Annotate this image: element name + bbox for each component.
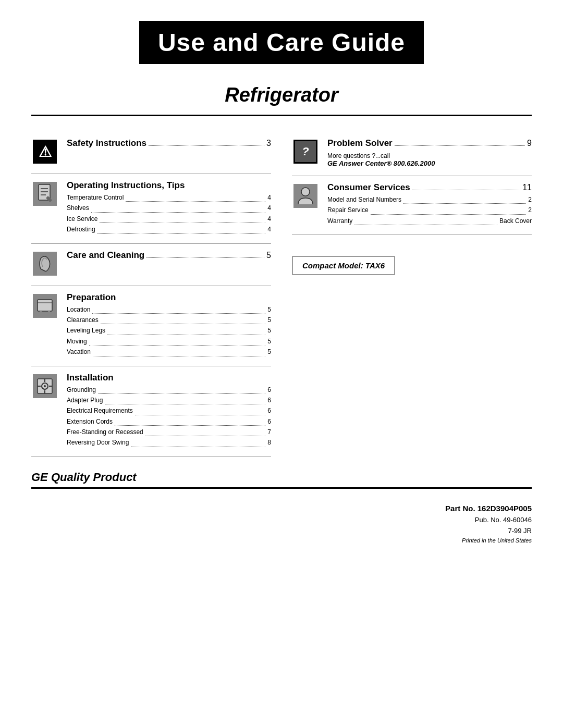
subtitle-section: Refrigerator <box>0 75 563 110</box>
footer-section: GE Quality Product <box>0 462 563 489</box>
preparation-title: Preparation <box>67 292 271 303</box>
safety-page: 3 <box>266 139 271 148</box>
list-item: Leveling Legs 5 <box>67 325 271 336</box>
ge-quality-label: GE Quality Product <box>31 471 532 484</box>
installation-icon <box>33 374 57 398</box>
section-consumer: Consumer Services 11 Model and Serial Nu… <box>292 176 532 229</box>
consumer-body: Consumer Services 11 Model and Serial Nu… <box>327 182 532 226</box>
installation-title: Installation <box>67 373 271 383</box>
care-icon-container <box>31 250 58 277</box>
care-icon <box>33 252 57 276</box>
consumer-items: Model and Serial Numbers 2 Repair Servic… <box>327 194 532 226</box>
item-label: Shelves <box>67 203 89 213</box>
consumer-title: Consumer Services <box>327 182 410 193</box>
section-preparation: Preparation Location 5 Clearances 5 Leve… <box>31 286 271 361</box>
list-item: Defrosting 4 <box>67 224 271 235</box>
problem-page: 9 <box>527 139 532 148</box>
preparation-body: Preparation Location 5 Clearances 5 Leve… <box>67 292 271 357</box>
safety-title: Safety Instructions <box>67 138 146 149</box>
installation-divider <box>31 456 271 457</box>
operating-items: Temperature Control 4 Shelves 4 Ice Serv… <box>67 192 271 235</box>
care-title: Care and Cleaning <box>67 250 144 261</box>
subtitle: Refrigerator <box>0 84 563 106</box>
list-item: Clearances 5 <box>67 315 271 325</box>
section-care: Care and Cleaning 5 <box>31 244 271 280</box>
care-page: 5 <box>266 251 271 260</box>
svg-point-15 <box>301 188 310 196</box>
main-content: ⚠ Safety Instructions 3 <box>0 116 563 462</box>
list-item: Vacation 5 <box>67 347 271 357</box>
svg-rect-5 <box>40 311 42 314</box>
item-label: Defrosting <box>67 224 95 235</box>
list-item: Extension Cords 6 <box>67 416 271 427</box>
installation-icon-container <box>31 373 58 400</box>
problem-body: Problem Solver 9 More questions ?...call… <box>327 138 532 167</box>
model-section: Compact Model: TAX6 <box>292 235 532 275</box>
part-number: Part No. 162D3904P005 <box>0 502 532 515</box>
part-info: Part No. 162D3904P005 Pub. No. 49-60046 … <box>0 497 563 556</box>
printed-label: Printed in the United States <box>0 536 532 546</box>
list-item: Ice Service 4 <box>67 214 271 224</box>
operating-icon <box>33 182 57 206</box>
section-safety: ⚠ Safety Instructions 3 <box>31 132 271 168</box>
safety-icon-container: ⚠ <box>31 138 58 165</box>
list-item: Reversing Door Swing 8 <box>67 437 271 448</box>
model-box: Compact Model: TAX6 <box>292 256 395 275</box>
list-item: Shelves 4 <box>67 203 271 213</box>
question-icon: ? <box>293 140 317 164</box>
item-page: 4 <box>267 203 271 213</box>
warning-icon: ⚠ <box>33 140 57 164</box>
consumer-page: 11 <box>522 183 532 192</box>
operating-icon-container <box>31 180 58 207</box>
operating-title: Operating Instructions, Tips <box>67 180 271 191</box>
item-label: Temperature Control <box>67 192 124 203</box>
svg-point-10 <box>44 385 46 387</box>
list-item: Temperature Control 4 <box>67 192 271 203</box>
preparation-icon <box>33 294 57 318</box>
problem-subtext: More questions ?...call <box>327 152 532 159</box>
item-page: 4 <box>267 214 271 224</box>
pub-number: Pub. No. 49-60046 <box>0 515 532 526</box>
list-item: Grounding 6 <box>67 385 271 395</box>
safety-dots <box>149 145 264 146</box>
safety-body: Safety Instructions 3 <box>67 138 271 150</box>
installation-body: Installation Grounding 6 Adapter Plug 6 … <box>67 373 271 448</box>
operating-body: Operating Instructions, Tips Temperature… <box>67 180 271 235</box>
list-item: Moving 5 <box>67 336 271 347</box>
installation-items: Grounding 6 Adapter Plug 6 Electrical Re… <box>67 385 271 448</box>
footer-divider <box>31 487 532 489</box>
problem-title: Problem Solver <box>327 138 393 149</box>
list-item: Warranty Back Cover <box>327 216 532 226</box>
list-item: Model and Serial Numbers 2 <box>327 194 532 205</box>
section-problem: ? Problem Solver 9 More questions ?...ca… <box>292 132 532 170</box>
list-item: Adapter Plug 6 <box>67 395 271 405</box>
preparation-items: Location 5 Clearances 5 Leveling Legs 5 <box>67 304 271 357</box>
list-item: Repair Service 2 <box>327 205 532 215</box>
section-operating: Operating Instructions, Tips Temperature… <box>31 174 271 238</box>
svg-rect-6 <box>48 311 50 314</box>
svg-rect-4 <box>38 300 52 311</box>
header: Use and Care Guide <box>0 0 563 75</box>
left-column: ⚠ Safety Instructions 3 <box>31 132 271 457</box>
date-label: 7-99 JR <box>0 526 532 537</box>
item-page: 4 <box>267 224 271 235</box>
list-item: Free-Standing or Recessed 7 <box>67 427 271 437</box>
section-installation: Installation Grounding 6 Adapter Plug 6 … <box>31 366 271 451</box>
item-page: 4 <box>267 192 271 203</box>
list-item: Electrical Requirements 6 <box>67 405 271 416</box>
preparation-icon-container <box>31 292 58 319</box>
item-label: Ice Service <box>67 214 97 224</box>
main-title: Use and Care Guide <box>139 21 424 64</box>
ge-answer-label: GE Answer Center® 800.626.2000 <box>327 159 532 167</box>
right-column: ? Problem Solver 9 More questions ?...ca… <box>292 132 532 457</box>
list-item: Location 5 <box>67 304 271 315</box>
problem-icon-container: ? <box>292 138 319 165</box>
consumer-icon <box>293 184 317 208</box>
consumer-icon-container <box>292 182 319 209</box>
care-body: Care and Cleaning 5 <box>67 250 271 262</box>
